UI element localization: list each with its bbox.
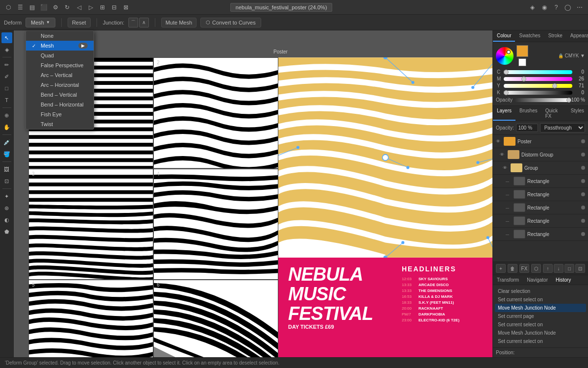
layer-vis-distorm[interactable]: 👁 (500, 152, 506, 157)
dropdown-item-arc-horizontal[interactable]: Arc – Horizontal (26, 80, 94, 90)
tool-pencil[interactable]: ✐ (1, 71, 12, 82)
tool-effects[interactable]: ✦ (1, 191, 12, 202)
thumb-6[interactable]: 6 (153, 280, 278, 357)
layer-vis-rect2[interactable]: — (506, 193, 512, 196)
layer-vis-rect3[interactable]: — (506, 206, 512, 210)
dropdown-item-none[interactable]: None (26, 31, 94, 41)
tool-blend[interactable]: ⊛ (1, 203, 12, 213)
new-icon[interactable]: ☰ (16, 3, 24, 12)
brp-tab-navigator[interactable]: Navigator (523, 275, 552, 285)
slider-y-track[interactable] (504, 84, 572, 88)
blend-mode-select[interactable]: Passthrough Normal Multiply (540, 123, 585, 132)
tool-eyedropper[interactable]: 💉 (1, 137, 12, 148)
slider-y-thumb[interactable] (552, 83, 557, 88)
mute-mesh-button[interactable]: Mute Mesh (161, 18, 196, 27)
dropdown-item-bend-horizontal[interactable]: Bend – Horizontal (26, 100, 94, 109)
junction-sharp[interactable]: ∧ (139, 18, 149, 27)
history-move-mesh-1[interactable]: Move Mesh Junction Node (495, 304, 586, 312)
layer-rect-3[interactable]: — Rectangle (493, 201, 588, 214)
align-icon[interactable]: ⊟ (110, 3, 119, 12)
tool-zoom[interactable]: ⊕ (1, 110, 12, 121)
opacity-thumb[interactable] (566, 98, 571, 103)
tab-quick-fx[interactable]: Quick FX (541, 106, 567, 121)
layer-ungroup-btn[interactable]: ⊡ (575, 264, 585, 273)
tab-appearance[interactable]: Appearance (566, 30, 588, 42)
background-color[interactable] (518, 58, 526, 66)
layer-add-btn[interactable]: + (496, 264, 506, 273)
zoom-icon[interactable]: ◉ (540, 3, 549, 12)
layer-vis-rect4[interactable]: — (506, 219, 512, 223)
thumb-2[interactable]: 2 (153, 57, 278, 169)
thumb-3[interactable]: 3 (28, 169, 153, 280)
history-set-current-2[interactable]: Set current select on (495, 320, 586, 329)
dropdown-item-fish-eye[interactable]: Fish Eye (26, 109, 94, 119)
layer-move-up-btn[interactable]: ↑ (543, 264, 553, 273)
tool-select[interactable]: ↖ (1, 32, 12, 43)
tool-hand[interactable]: ✋ (1, 122, 12, 132)
junction-smooth[interactable]: ⌒ (128, 18, 138, 27)
tool-fill[interactable]: 🪣 (1, 149, 12, 159)
opacity-track[interactable] (514, 98, 569, 102)
tool-text[interactable]: T (1, 95, 12, 105)
history-set-current-3[interactable]: Set current select on (495, 337, 586, 345)
tab-stroke[interactable]: Stroke (544, 30, 566, 42)
tab-swatches[interactable]: Swatches (515, 30, 544, 42)
layer-fx-btn[interactable]: FX (519, 264, 529, 273)
layer-rect-4[interactable]: — Rectangle (493, 214, 588, 228)
layer-delete-btn[interactable]: 🗑 (508, 264, 517, 273)
tool-shape[interactable]: □ (1, 83, 12, 94)
layer-group-btn[interactable]: □ (564, 264, 574, 273)
tool-image[interactable]: 🖼 (1, 164, 12, 175)
nodes-icon[interactable]: ⊠ (122, 3, 130, 12)
convert-to-curves-button[interactable]: Convert to Curves (200, 18, 261, 27)
layer-vis-group[interactable]: 👁 (503, 165, 509, 170)
tool-pen[interactable]: ✏ (1, 59, 12, 70)
help-icon[interactable]: ? (552, 3, 561, 12)
brp-tab-transform[interactable]: Transform (493, 275, 523, 285)
layer-move-down-btn[interactable]: ↓ (554, 264, 564, 273)
layer-rect-2[interactable]: — Rectangle (493, 188, 588, 201)
tool-node[interactable]: ◈ (1, 44, 12, 55)
foreground-color[interactable] (516, 45, 528, 57)
thumb-4[interactable]: 4 (153, 169, 278, 280)
layer-poster[interactable]: 👁 Poster (493, 135, 588, 148)
slider-m-track[interactable] (504, 77, 572, 81)
history-move-mesh-2[interactable]: Move Mesh Junction Node (495, 329, 586, 337)
color-wheel[interactable] (496, 47, 514, 65)
tab-colour[interactable]: Colour (493, 30, 515, 42)
dropdown-item-arc-vertical[interactable]: Arc – Vertical (26, 70, 94, 80)
history-clear-selection[interactable]: Clear selection (495, 287, 586, 295)
redo-icon[interactable]: ▷ (86, 3, 95, 12)
history-set-current-1[interactable]: Set current select on (495, 295, 586, 304)
thumb-5[interactable]: 5 (28, 280, 153, 357)
layer-mask-btn[interactable]: ⬡ (531, 264, 541, 273)
opacity-input[interactable] (516, 124, 538, 132)
deform-dropdown-btn[interactable]: Mesh ▼ (25, 18, 55, 27)
tab-layers[interactable]: Layers (493, 106, 515, 121)
dropdown-item-bend-vertical[interactable]: Bend – Vertical (26, 90, 94, 100)
dropdown-item-quad[interactable]: Quad (26, 51, 94, 60)
layer-vis-rect1[interactable]: — (506, 180, 512, 183)
grid-icon[interactable]: ⊞ (98, 3, 107, 12)
dropdown-item-false-perspective[interactable]: False Perspective (26, 60, 94, 70)
layer-vis-rect5[interactable]: — (506, 233, 512, 236)
undo-icon[interactable]: ◁ (74, 3, 83, 12)
more-icon[interactable]: ⋯ (575, 3, 584, 12)
tool-shadow[interactable]: ◐ (1, 214, 12, 225)
dropdown-item-twist[interactable]: Twist (26, 119, 94, 129)
brp-tab-history[interactable]: History (552, 275, 575, 285)
layer-vis-poster[interactable]: 👁 (496, 139, 502, 144)
slider-m-thumb[interactable] (521, 77, 526, 81)
slider-c-track[interactable] (504, 70, 572, 74)
history-set-page[interactable]: Set current page (495, 312, 586, 320)
slider-k-track[interactable] (504, 91, 572, 95)
open-icon[interactable]: ▤ (27, 3, 36, 12)
dropdown-item-mesh[interactable]: ✓ Mesh ▶ (26, 41, 94, 51)
reset-button[interactable]: Reset (68, 18, 91, 27)
refresh-icon[interactable]: ↻ (63, 3, 72, 12)
slider-c-thumb[interactable] (504, 70, 509, 75)
user-icon[interactable]: ◯ (564, 3, 572, 12)
tool-crop[interactable]: ⊡ (1, 176, 12, 186)
settings-icon[interactable]: ⚙ (51, 3, 60, 12)
tool-swatch[interactable]: ⬟ (1, 226, 12, 237)
